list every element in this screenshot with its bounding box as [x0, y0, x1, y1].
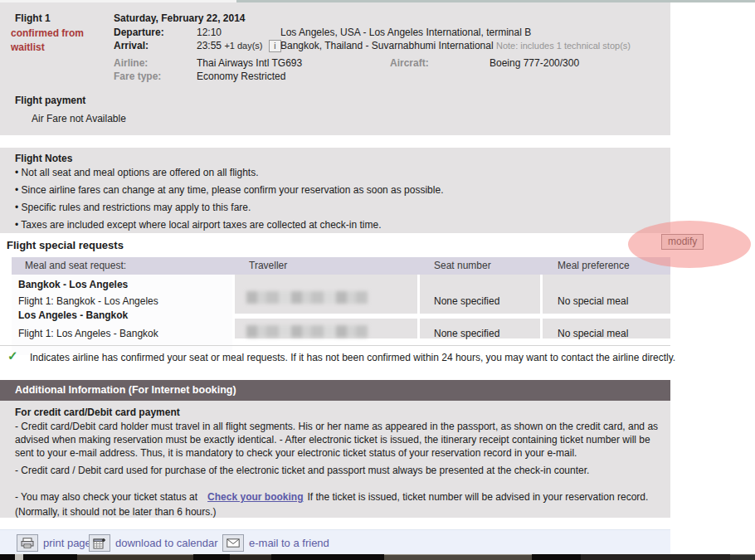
additional-info-title: Additional Information (For Internet boo… — [15, 380, 236, 401]
column-header-meal-preference: Meal preference — [543, 257, 670, 275]
column-header-meal-seat: Meal and seat request: — [12, 257, 246, 275]
flight-label: Flight 1 — [15, 12, 51, 24]
table-body: Bangkok - Los Angeles Flight 1: Bangkok … — [12, 275, 670, 355]
flight-status: confirmed from waitlist — [11, 27, 104, 55]
flight-notes-panel: Flight Notes • Not all seat and meal opt… — [0, 148, 670, 233]
airline-value: Thai Airways Intl TG693 — [197, 57, 302, 69]
special-requests-table: Meal and seat request: Traveller Seat nu… — [12, 257, 670, 355]
departure-label: Departure: — [114, 27, 164, 38]
download-to-calendar-label: download to calendar — [115, 537, 218, 549]
additional-info-header-bar: Additional Information (For Internet boo… — [0, 380, 670, 401]
ticket-status-text-line2: (Normally, it should not be later than 6… — [15, 506, 217, 518]
taskbar-item — [230, 554, 271, 560]
technical-stop-note: Note: includes 1 technical stop(s) — [496, 41, 631, 51]
printer-icon — [17, 534, 38, 552]
arrival-label: Arrival: — [114, 40, 149, 51]
print-page-label: print page — [43, 537, 91, 549]
footer-actions-bar: print page download to calendar e-mail t… — [0, 529, 670, 555]
print-page-link[interactable]: print page — [17, 534, 91, 552]
arrival-day-offset: +1 day(s) — [224, 41, 262, 51]
aircraft-label: Aircraft: — [390, 57, 429, 69]
ticket-status-text-suffix: If the ticket is issued, ticket number w… — [307, 491, 648, 503]
departure-airport: Los Angeles, USA - Los Angeles Internati… — [280, 27, 531, 38]
flight-payment-title: Flight payment — [15, 95, 85, 106]
taskbar-item — [15, 554, 23, 560]
arrival-airport: Bangkok, Thailand - Suvarnabhumi Interna… — [280, 40, 494, 51]
modify-button[interactable]: modify — [661, 234, 704, 250]
flight-date: Saturday, February 22, 2014 — [114, 12, 246, 24]
meal-cell-bg — [543, 275, 670, 314]
arrival-airport-line: Bangkok, Thailand - Suvarnabhumi Interna… — [280, 40, 631, 51]
flight-info-panel: Flight 1 confirmed from waitlist Saturda… — [0, 2, 670, 135]
flight-payment-value: Air Fare not Available — [32, 113, 126, 124]
booking-page: Flight 1 confirmed from waitlist Saturda… — [0, 0, 755, 560]
flight-note-item: • Not all seat and meal options are offe… — [15, 164, 258, 182]
credit-card-paragraph-1: - Credit card/Debit card holder must tra… — [15, 420, 659, 460]
flight-note-item: • Since airline fares can change at any … — [15, 182, 443, 199]
traveller-name-redacted — [246, 325, 368, 338]
calendar-add-icon — [89, 534, 110, 552]
aircraft-value: Boeing 777-200/300 — [490, 57, 579, 69]
segment-row: Bangkok - Los Angeles — [18, 279, 128, 290]
flight-leg-row: Flight 1: Bangkok - Los Angeles — [18, 295, 158, 307]
email-to-friend-link[interactable]: e-mail to a friend — [222, 534, 329, 552]
column-header-traveller: Traveller — [235, 257, 431, 275]
taskbar — [0, 554, 755, 560]
credit-card-paragraph-3: - You may also check your ticket status … — [15, 489, 659, 519]
arrival-time: 23:55 +1 day(s) i — [197, 40, 281, 52]
flight-note-item: • Specific rules and restrictions may ap… — [15, 199, 251, 217]
fare-type-label: Fare type: — [114, 71, 161, 82]
seat-number-value: None specified — [434, 328, 499, 339]
credit-card-subtitle: For credit card/Debit card payment — [15, 407, 180, 418]
confirmation-note: Indicates airline has confirmed your sea… — [30, 352, 675, 363]
additional-info-panel: For credit card/Debit card payment - Cre… — [0, 401, 670, 518]
flight-notes-title: Flight Notes — [15, 153, 72, 164]
taskbar-button[interactable] — [384, 554, 532, 560]
arrival-time-value: 23:55 — [197, 40, 222, 51]
special-requests-title: Flight special requests — [7, 239, 124, 251]
seat-number-value: None specified — [434, 295, 499, 307]
download-to-calendar-link[interactable]: download to calendar — [89, 534, 218, 552]
table-header-row: Meal and seat request: Traveller Seat nu… — [12, 257, 670, 275]
check-your-booking-link[interactable]: Check your booking — [207, 491, 303, 503]
flight-note-item: • Taxes are included except where local … — [15, 217, 382, 234]
meal-preference-value: No special meal — [558, 295, 628, 307]
table-bottom-divider — [0, 345, 670, 346]
green-check-icon: ✓ — [7, 348, 18, 363]
flight-leg-row: Flight 1: Los Angeles - Bangkok — [18, 328, 158, 339]
credit-card-paragraph-2: - Credit card / Debit card used for purc… — [15, 464, 659, 477]
email-to-friend-label: e-mail to a friend — [249, 537, 329, 549]
ticket-status-text-prefix: - You may also check your ticket status … — [15, 491, 197, 503]
taskbar-item — [581, 554, 730, 560]
info-icon[interactable]: i — [269, 40, 281, 52]
departure-time: 12:10 — [197, 27, 222, 38]
envelope-icon — [222, 534, 244, 552]
meal-preference-value: No special meal — [558, 328, 628, 339]
fare-type-value: Economy Restricted — [197, 71, 285, 82]
taskbar-item — [730, 554, 755, 560]
traveller-name-redacted — [246, 291, 368, 304]
airline-label: Airline: — [114, 57, 148, 69]
taskbar-button[interactable] — [77, 554, 193, 560]
column-header-seat-number: Seat number — [420, 257, 554, 275]
segment-row: Los Angeles - Bangkok — [18, 309, 128, 321]
seat-cell-bg — [420, 275, 540, 314]
